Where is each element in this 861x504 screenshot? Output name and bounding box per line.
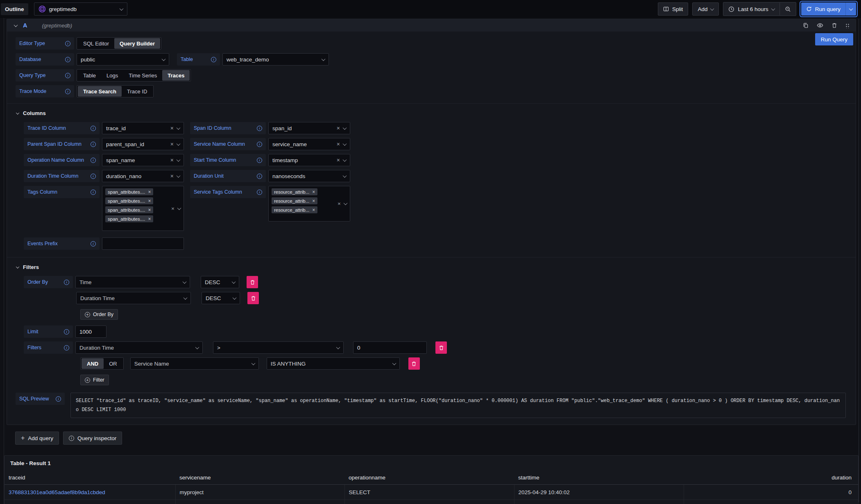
query-inspector-button[interactable]: i Query inspector: [63, 432, 122, 445]
remove-chip-icon[interactable]: ×: [312, 198, 315, 204]
info-icon[interactable]: i: [65, 41, 70, 46]
column-header-duration[interactable]: duration: [684, 468, 858, 485]
tag-chip[interactable]: span_attributes....×: [105, 188, 153, 195]
clear-icon[interactable]: ×: [337, 141, 340, 147]
remove-query-trash-icon[interactable]: [832, 23, 837, 28]
info-icon[interactable]: i: [91, 158, 96, 163]
filter-field-select[interactable]: Duration Time: [75, 341, 203, 354]
add-order-by-button[interactable]: + Order By: [80, 309, 118, 320]
info-icon[interactable]: i: [91, 241, 96, 246]
service-tags-column-multiselect[interactable]: resource_attrib...× resource_attrib...× …: [268, 186, 350, 221]
columns-section-header[interactable]: Columns: [16, 104, 850, 122]
remove-order-by-button[interactable]: [247, 292, 259, 304]
editor-type-option-query-builder[interactable]: Query Builder: [114, 38, 160, 49]
service-tag-chip[interactable]: resource_attrib...×: [272, 188, 317, 195]
remove-filter-button[interactable]: [408, 357, 420, 370]
logic-option-or[interactable]: OR: [104, 358, 122, 369]
datasource-picker[interactable]: greptimedb: [34, 2, 127, 16]
limit-input[interactable]: 1000: [75, 325, 106, 338]
remove-chip-icon[interactable]: ×: [312, 207, 315, 213]
clear-icon[interactable]: ×: [337, 157, 340, 163]
column-header-servicename[interactable]: servicename: [175, 468, 344, 485]
run-query-button[interactable]: Run query: [801, 2, 845, 16]
remove-order-by-button[interactable]: [247, 276, 258, 288]
clear-icon[interactable]: ×: [170, 125, 174, 131]
scrollbar[interactable]: [859, 19, 859, 502]
trace-id-column-select[interactable]: trace_id ×: [102, 122, 184, 134]
collapse-chevron-icon[interactable]: [14, 23, 18, 27]
duration-time-column-select[interactable]: duration_nano ×: [102, 170, 184, 182]
add-button[interactable]: Add: [692, 2, 719, 16]
filter-field-select[interactable]: Service Name: [130, 357, 259, 370]
outline-button[interactable]: Outline: [1, 3, 28, 15]
zoom-out-button[interactable]: [779, 2, 796, 16]
events-prefix-input[interactable]: [102, 237, 184, 250]
trace-mode-option-trace-search[interactable]: Trace Search: [78, 86, 122, 97]
logic-option-and[interactable]: AND: [82, 358, 104, 369]
editor-type-option-sql-editor[interactable]: SQL Editor: [78, 38, 114, 49]
tag-chip[interactable]: span_attributes....×: [105, 215, 153, 222]
info-icon[interactable]: i: [257, 190, 262, 195]
parent-span-id-column-select[interactable]: parent_span_id ×: [102, 138, 184, 150]
span-id-column-select[interactable]: span_id ×: [268, 122, 350, 134]
clear-icon[interactable]: ×: [337, 125, 340, 131]
remove-chip-icon[interactable]: ×: [148, 189, 151, 195]
info-icon[interactable]: i: [257, 142, 262, 147]
remove-filter-button[interactable]: [435, 341, 447, 354]
filter-operator-select[interactable]: IS ANYTHING: [267, 357, 400, 370]
trace-mode-option-trace-id[interactable]: Trace ID: [122, 86, 152, 97]
query-type-option-traces[interactable]: Traces: [162, 70, 190, 81]
drag-handle-icon[interactable]: [845, 23, 849, 28]
filters-section-header[interactable]: Filters: [16, 258, 850, 276]
info-icon[interactable]: i: [56, 396, 61, 402]
duplicate-query-icon[interactable]: [803, 23, 809, 28]
info-icon[interactable]: i: [257, 158, 262, 163]
order-by-direction-select[interactable]: DESC: [201, 276, 239, 288]
filter-value-input[interactable]: 0: [353, 341, 427, 354]
info-icon[interactable]: i: [211, 57, 216, 62]
database-select[interactable]: public: [77, 53, 169, 66]
clear-icon[interactable]: ×: [171, 206, 174, 212]
clear-icon[interactable]: ×: [170, 141, 174, 147]
info-icon[interactable]: i: [91, 142, 96, 147]
add-filter-button[interactable]: + Filter: [80, 375, 109, 385]
info-icon[interactable]: i: [91, 190, 96, 195]
tag-chip[interactable]: span_attributes....×: [105, 197, 153, 204]
info-icon[interactable]: i: [64, 280, 69, 285]
run-query-inline-button[interactable]: Run Query: [815, 33, 853, 45]
order-by-field-select[interactable]: Duration Time: [76, 292, 191, 304]
query-type-option-logs[interactable]: Logs: [101, 70, 123, 81]
operation-name-column-select[interactable]: span_name ×: [102, 154, 184, 166]
query-type-option-table[interactable]: Table: [78, 70, 101, 81]
info-icon[interactable]: i: [65, 73, 70, 78]
clear-icon[interactable]: ×: [170, 173, 174, 179]
clear-icon[interactable]: ×: [338, 201, 341, 207]
start-time-column-select[interactable]: timestamp ×: [268, 154, 350, 166]
service-name-column-select[interactable]: service_name ×: [268, 138, 350, 150]
tags-column-multiselect[interactable]: span_attributes....× span_attributes....…: [102, 186, 184, 231]
time-range-button[interactable]: Last 6 hours: [723, 2, 779, 16]
run-query-caret-button[interactable]: [845, 2, 856, 16]
remove-chip-icon[interactable]: ×: [312, 189, 315, 195]
column-header-traceid[interactable]: traceid: [5, 468, 175, 485]
table-select[interactable]: web_trace_demo: [222, 53, 329, 66]
service-tag-chip[interactable]: resource_attrib...×: [272, 206, 317, 213]
hide-response-eye-icon[interactable]: [817, 22, 823, 29]
remove-chip-icon[interactable]: ×: [148, 216, 151, 222]
tag-chip[interactable]: span_attributes....×: [105, 206, 153, 213]
remove-chip-icon[interactable]: ×: [148, 198, 151, 204]
info-icon[interactable]: i: [91, 174, 96, 179]
info-icon[interactable]: i: [64, 329, 69, 334]
query-type-option-time-series[interactable]: Time Series: [123, 70, 162, 81]
remove-chip-icon[interactable]: ×: [148, 207, 151, 213]
order-by-direction-select[interactable]: DESC: [202, 292, 240, 304]
service-tag-chip[interactable]: resource_attrib...×: [272, 197, 317, 204]
duration-unit-select[interactable]: nanoseconds: [268, 170, 350, 182]
add-query-button[interactable]: + Add query: [15, 432, 59, 445]
trace-id-link[interactable]: 3768831301ea0d65adaef8b9da1cbded: [9, 489, 105, 495]
filter-operator-select[interactable]: >: [213, 341, 344, 354]
info-icon[interactable]: i: [65, 89, 70, 94]
column-header-operationname[interactable]: operationname: [344, 468, 514, 485]
info-icon[interactable]: i: [257, 126, 262, 131]
column-header-starttime[interactable]: starttime: [514, 468, 684, 485]
